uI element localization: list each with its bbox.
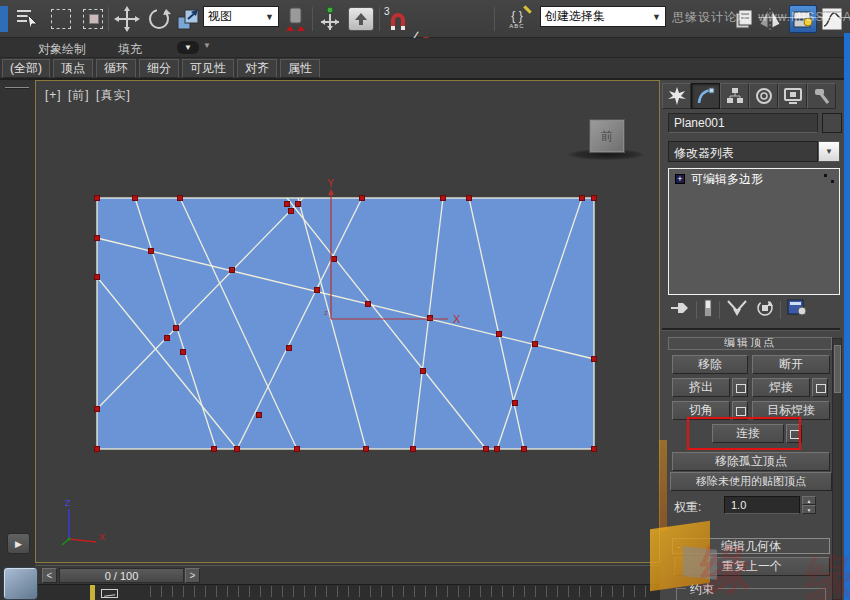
- panel-scrollbar[interactable]: [832, 338, 842, 600]
- vertex[interactable]: [212, 447, 217, 452]
- collapse-icon[interactable]: -: [677, 539, 681, 553]
- extrude-settings-button[interactable]: [732, 378, 748, 397]
- vertex[interactable]: [181, 350, 186, 355]
- rectangular-selection-icon[interactable]: [48, 6, 74, 32]
- vertex[interactable]: [513, 401, 518, 406]
- vertex[interactable]: [411, 447, 416, 452]
- tab-vertices[interactable]: 顶点: [53, 59, 93, 78]
- reference-coordsys-dropdown[interactable]: 视图 ▼: [203, 6, 279, 27]
- vertex[interactable]: [296, 202, 301, 207]
- track-bar[interactable]: [35, 584, 660, 600]
- remove-unused-map-verts-button[interactable]: 移除未使用的贴图顶点: [670, 472, 832, 491]
- vertex[interactable]: [580, 196, 585, 201]
- vertex[interactable]: [428, 316, 433, 321]
- vertex[interactable]: [497, 332, 502, 337]
- ribbon-collapse-arrow-icon[interactable]: ▼: [203, 41, 211, 50]
- vertex[interactable]: [592, 357, 597, 362]
- vertex[interactable]: [95, 407, 100, 412]
- keyboard-override-toggle-icon[interactable]: [347, 6, 375, 32]
- extrude-button[interactable]: 挤出: [672, 378, 730, 397]
- vertex[interactable]: [495, 447, 500, 452]
- vertex[interactable]: [467, 196, 472, 201]
- tab-hierarchy-icon[interactable]: [720, 83, 749, 109]
- tab-all[interactable]: (全部): [2, 59, 50, 78]
- mini-curve-editor-icon[interactable]: [101, 589, 118, 598]
- frame-marker[interactable]: [90, 585, 95, 600]
- vertex[interactable]: [533, 342, 538, 347]
- object-name-field[interactable]: Plane001: [668, 113, 818, 133]
- rollout-edit-vertices-clipped[interactable]: 编辑顶点: [668, 337, 832, 350]
- named-selection-set-dropdown[interactable]: 创建选择集 ▼: [540, 6, 666, 27]
- pin-stack-icon[interactable]: [670, 300, 690, 320]
- rollout-edit-geometry[interactable]: - 编辑几何体: [672, 538, 830, 554]
- tab-create-icon[interactable]: [662, 83, 691, 109]
- vertex[interactable]: [315, 288, 320, 293]
- edit-named-selection-sets-icon[interactable]: { } ABC: [500, 6, 534, 32]
- tab-properties[interactable]: 属性: [280, 59, 320, 78]
- vertex[interactable]: [133, 196, 138, 201]
- tab-visibility[interactable]: 可见性: [182, 59, 234, 78]
- remove-button[interactable]: 移除: [672, 355, 748, 374]
- open-mini-curve-editor-button[interactable]: [3, 567, 38, 600]
- tab-loops[interactable]: 循环: [96, 59, 136, 78]
- weld-settings-button[interactable]: [812, 378, 828, 397]
- object-color-swatch[interactable]: [822, 113, 842, 133]
- time-slider[interactable]: 0 / 100: [59, 568, 184, 583]
- vertex[interactable]: [421, 369, 426, 374]
- vertex[interactable]: [592, 196, 597, 201]
- vertex[interactable]: [592, 447, 597, 452]
- tab-modify-icon[interactable]: [691, 83, 720, 109]
- spinner-down-icon[interactable]: ▼: [802, 505, 816, 514]
- front-viewport[interactable]: [+] [前] [真实] 前 Y X z: [35, 80, 660, 563]
- make-unique-icon[interactable]: [726, 299, 748, 321]
- vertex[interactable]: [360, 196, 365, 201]
- configure-modifier-sets-icon[interactable]: [787, 299, 807, 321]
- vertex[interactable]: [289, 209, 294, 214]
- tab-utilities-icon[interactable]: [807, 83, 836, 109]
- expand-panel-button[interactable]: ▶: [7, 533, 30, 554]
- modifier-stack[interactable]: + 可编辑多边形: [668, 168, 840, 295]
- next-frame-button[interactable]: >: [185, 568, 200, 583]
- select-by-name-icon[interactable]: [14, 6, 42, 32]
- vertex[interactable]: [95, 447, 100, 452]
- remove-isolated-vertices-button[interactable]: 移除孤立顶点: [672, 452, 830, 471]
- vertex[interactable]: [174, 326, 179, 331]
- vertex[interactable]: [165, 336, 170, 341]
- spinner-up-icon[interactable]: ▲: [802, 496, 816, 505]
- vertex[interactable]: [230, 268, 235, 273]
- weight-field[interactable]: 1.0: [724, 496, 800, 514]
- ribbon-collapse-icon[interactable]: ▼: [177, 41, 199, 54]
- previous-frame-button[interactable]: <: [42, 568, 57, 583]
- ribbon-tab-object-paint[interactable]: 对象绘制: [38, 41, 86, 58]
- modifier-list-dropdown[interactable]: 修改器列表: [668, 141, 818, 162]
- panel-handle[interactable]: [5, 87, 29, 89]
- vertex[interactable]: [522, 447, 527, 452]
- weight-spinner[interactable]: ▲ ▼: [802, 496, 816, 514]
- window-crossing-icon[interactable]: [80, 6, 106, 32]
- break-button[interactable]: 断开: [752, 355, 830, 374]
- stack-item-editable-poly[interactable]: + 可编辑多边形: [670, 170, 839, 188]
- vertex[interactable]: [257, 413, 262, 418]
- use-pivot-center-icon[interactable]: [284, 6, 308, 32]
- editable-poly-plane[interactable]: [95, 196, 597, 452]
- vertex[interactable]: [178, 196, 183, 201]
- repeat-last-button[interactable]: 重复上一个: [674, 557, 830, 576]
- vertex[interactable]: [484, 447, 489, 452]
- vertex[interactable]: [95, 196, 100, 201]
- scrollbar-thumb[interactable]: [834, 345, 841, 393]
- vertex[interactable]: [285, 202, 290, 207]
- vertex[interactable]: [235, 447, 240, 452]
- vertex[interactable]: [287, 346, 292, 351]
- tab-subdivision[interactable]: 细分: [139, 59, 179, 78]
- vertex[interactable]: [95, 236, 100, 241]
- viewport-canvas[interactable]: Y X z Z X: [36, 81, 661, 564]
- vertex[interactable]: [332, 257, 337, 262]
- snap-toggle-3d-icon[interactable]: 3: [384, 6, 406, 30]
- tab-align[interactable]: 对齐: [237, 59, 277, 78]
- tab-display-icon[interactable]: [778, 83, 807, 109]
- show-end-result-icon[interactable]: [703, 299, 713, 321]
- select-and-move-icon[interactable]: [113, 6, 141, 32]
- vertex[interactable]: [295, 447, 300, 452]
- vertex[interactable]: [366, 302, 371, 307]
- select-and-scale-icon[interactable]: [175, 6, 201, 32]
